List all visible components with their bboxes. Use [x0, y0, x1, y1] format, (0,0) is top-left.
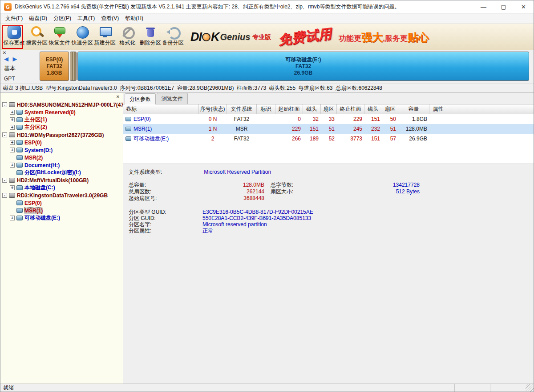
toolbar-new-button[interactable]: 新建分区 [93, 24, 116, 47]
table-row[interactable]: ESP(0)0 NFAT3203233229151501.8GB [123, 114, 534, 124]
recover-icon [53, 25, 66, 39]
tree-partition-item[interactable]: +可移动磁盘(E:) [0, 214, 123, 222]
tree-disk-item[interactable]: -RD3:KingstonDataTraveler3.0(29GB [0, 192, 123, 199]
toolbar-search-button[interactable]: 搜索分区 [25, 24, 48, 47]
expand-minus-icon[interactable]: - [2, 132, 7, 137]
expand-plus-icon[interactable]: + [10, 148, 15, 152]
promo-part: 功能更 [339, 33, 361, 44]
tab-browse-files[interactable]: 浏览文件 [157, 93, 188, 104]
tree-disk-item[interactable]: -HD0:SAMSUNGMZNLN512HMJP-000L7(47 [0, 101, 123, 108]
partition-block-removable[interactable]: 可移动磁盘(E:)FAT3226.9GB [77, 52, 529, 81]
table-row[interactable]: MSR(1)1 NMSR2291515124523251128.0MB [123, 124, 534, 134]
column-header-8[interactable]: 磁头 [364, 104, 382, 114]
partition-block-fs: FAT32 [295, 63, 311, 70]
cell-fs: FAT32 [227, 136, 257, 142]
overview-close-icon[interactable]: ✕ [2, 50, 7, 56]
tree-partition-item[interactable]: +Document(H:) [0, 161, 123, 169]
free-trial-badge[interactable]: 免费试用 [277, 25, 332, 49]
column-header-10[interactable]: 容量 [398, 104, 429, 114]
tree-partition-item[interactable]: +ESP(0) [0, 139, 123, 146]
cell-num: 51 [382, 126, 398, 132]
cell-num: 33 [321, 116, 337, 122]
partition-block-msr[interactable] [70, 52, 77, 81]
guid-label: 分区属性: [129, 227, 202, 235]
tree-partition-item[interactable]: ESP(0) [0, 199, 123, 207]
tree-partition-item[interactable]: MSR(2) [0, 154, 123, 161]
promo-text: 功能更强大,服务更贴心 [339, 30, 429, 44]
tree-partition-item[interactable]: +System Reserved(0) [0, 108, 123, 116]
close-button[interactable]: ✕ [514, 0, 534, 13]
tree-partition-item[interactable]: MSR(1) [0, 207, 123, 214]
tree-partition-item[interactable]: +主分区(1) [0, 116, 123, 124]
fs-type-value: Microsoft Reserved Partition [204, 169, 271, 175]
expand-minus-icon[interactable]: - [2, 178, 7, 183]
menu-item-0[interactable]: 文件(F) [2, 14, 26, 23]
partition-block-name: 可移动磁盘(E:) [286, 56, 321, 63]
expand-plus-icon[interactable]: + [10, 163, 15, 168]
column-header-9[interactable]: 扇区 [382, 104, 398, 114]
column-header-5[interactable]: 磁头 [303, 104, 321, 114]
menu-item-4[interactable]: 查看(V) [98, 14, 122, 23]
column-header-0[interactable]: 卷标 [123, 104, 199, 114]
cell-seq: 1 N [199, 126, 227, 132]
tree-disk-item[interactable]: -HD1:WDMyPassport2627(3726GB) [0, 131, 123, 139]
toolbar-save-button[interactable]: 保存更改 [3, 24, 25, 47]
minimize-button[interactable]: — [473, 0, 494, 13]
column-header-6[interactable]: 扇区 [321, 104, 337, 114]
resize-grip[interactable] [526, 384, 534, 392]
expand-plus-icon[interactable]: + [10, 125, 15, 130]
menu-item-3[interactable]: 工具(T) [74, 14, 98, 23]
column-header-4[interactable]: 起始柱面 [275, 104, 303, 114]
title-bar: G DiskGenius V5.1.2.766 x64 免费版(单文件PE版) … [0, 0, 534, 14]
column-header-2[interactable]: 文件系统 [227, 104, 257, 114]
column-header-1[interactable]: 序号(状态) [199, 104, 227, 114]
tree-item-label: 本地磁盘(C:) [24, 184, 55, 192]
menu-item-2[interactable]: 分区(P) [50, 14, 74, 23]
maximize-button[interactable]: ▢ [494, 0, 514, 13]
partition-block-fs: FAT32 [46, 63, 62, 70]
column-header-11[interactable]: 属性 [429, 104, 447, 114]
expand-plus-icon[interactable]: + [10, 140, 15, 145]
logo-k-text: K [211, 30, 219, 44]
expand-plus-icon[interactable]: + [10, 110, 15, 115]
tree-partition-item[interactable]: +主分区(2) [0, 124, 123, 131]
tab-partition-params[interactable]: 分区参数 [125, 93, 156, 104]
expand-plus-icon[interactable]: + [10, 117, 15, 122]
column-header-3[interactable]: 标识 [257, 104, 275, 114]
tree-partition-item[interactable]: +本地磁盘(C:) [0, 184, 123, 192]
expand-minus-icon[interactable]: - [2, 102, 7, 107]
view-mode-label[interactable]: 基本 [4, 64, 40, 72]
partition-icon [16, 140, 23, 145]
cell-num: 0 [275, 116, 303, 122]
tree-partition-item[interactable]: +System(D:) [0, 146, 123, 154]
partition-block-esp[interactable]: ESP(0)FAT321.8GB [40, 52, 69, 81]
toolbar-format-button[interactable]: 格式化 [116, 24, 139, 47]
disk-nav-arrows[interactable]: ◀ ▶ [4, 56, 40, 62]
toolbar-quick-button[interactable]: 快速分区 [71, 24, 93, 47]
expand-minus-icon[interactable]: - [2, 193, 7, 198]
disk-icon [9, 102, 15, 107]
tree-item-label: 可移动磁盘(E:) [24, 214, 60, 222]
tree-disk-item[interactable]: -HD2:MsftVirtualDisk(100GB) [0, 176, 123, 184]
table-row[interactable]: 可移动磁盘(E:)2FAT322661895237731515726.9GB [123, 134, 534, 144]
expand-plus-icon[interactable]: + [10, 185, 15, 190]
table-body: ESP(0)0 NFAT3203233229151501.8GBMSR(1)1 … [123, 114, 534, 144]
cell-num: 51 [321, 126, 337, 132]
menu-item-1[interactable]: 磁盘(D) [26, 14, 50, 23]
partition-details: 文件系统类型: Microsoft Reserved Partition 总容量… [123, 164, 534, 384]
toolbar-delete-button[interactable]: 删除分区 [139, 24, 162, 47]
status-segment [490, 384, 526, 392]
tree-item-label: HD0:SAMSUNGMZNLN512HMJP-000L7(47 [17, 102, 123, 108]
partition-icon [125, 127, 131, 131]
tree-partition-item[interactable]: 分区(BitLocker加密)(I:) [0, 169, 123, 176]
column-header-7[interactable]: 终止柱面 [337, 104, 364, 114]
cell-num: 229 [337, 116, 364, 122]
cell-num: 232 [364, 126, 382, 132]
tree-close-icon[interactable]: ✕ [115, 94, 121, 100]
expand-plus-icon[interactable]: + [10, 216, 15, 220]
menu-item-5[interactable]: 帮助(H) [122, 14, 146, 23]
partition-icon [16, 110, 23, 115]
toolbar-recover-button[interactable]: 恢复文件 [48, 24, 71, 47]
partition-icon [16, 185, 23, 190]
toolbar-backup-button[interactable]: 备份分区 [162, 24, 184, 47]
